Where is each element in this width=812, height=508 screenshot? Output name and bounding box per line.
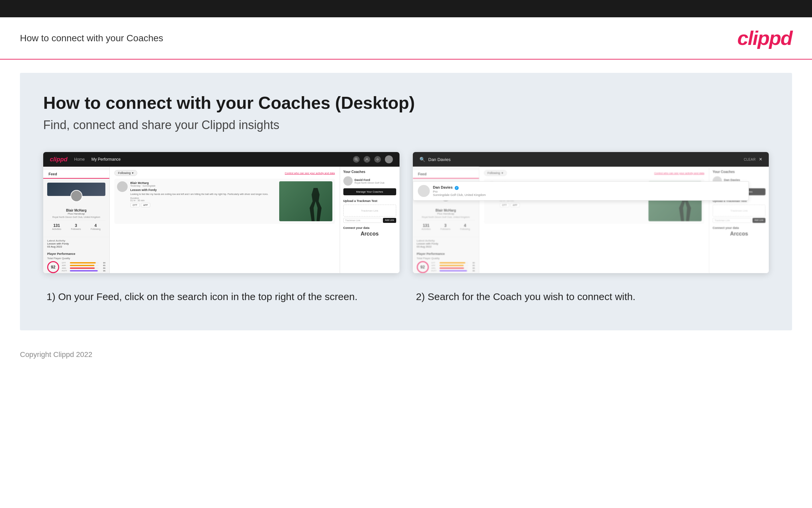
- stat-followers-value: 3: [71, 223, 81, 228]
- bar-arg-val: 86: [100, 267, 105, 269]
- search-icon-nav: 🔍: [420, 157, 425, 162]
- search-results-dropdown: Dan Davies ✓ Pro Sunningdale Golf Club, …: [413, 181, 749, 201]
- latest-value-2: Lesson with Fordy: [417, 242, 475, 245]
- top-bar: [0, 0, 812, 17]
- bar-ott-fill: [70, 262, 96, 263]
- bar-ott-2: OTT 90: [431, 262, 475, 264]
- settings-icon[interactable]: [374, 156, 381, 163]
- coaches-title-1: Your Coaches: [343, 170, 396, 174]
- app-sidebar-1: Feed Blair McHarg Plus Handicap Royal No…: [43, 167, 110, 273]
- copyright-text: Copyright Clippd 2022: [20, 350, 92, 358]
- post-action-app[interactable]: APP: [141, 203, 150, 207]
- mock-app-1: clippd Home My Performance: [43, 152, 399, 273]
- control-link[interactable]: Control who can see your activity and da…: [285, 172, 335, 175]
- search-icon[interactable]: [353, 156, 360, 163]
- bar-arg-fill: [70, 267, 95, 269]
- profile-handicap-2: Plus Handicap: [417, 212, 475, 215]
- close-button[interactable]: ×: [759, 156, 762, 162]
- search-input-nav[interactable]: [428, 157, 741, 162]
- bar-putt-label: PUTT: [62, 270, 68, 272]
- verified-badge: ✓: [455, 186, 459, 190]
- add-link-button[interactable]: Add Link: [383, 218, 396, 223]
- user-avatar[interactable]: [385, 155, 393, 163]
- post-title: Lesson with Fordy: [130, 188, 277, 192]
- following-chevron: ▾: [132, 171, 134, 175]
- bar-putt-track: [70, 270, 99, 271]
- stat-activities-value-2: 131: [422, 223, 431, 228]
- clear-button[interactable]: CLEAR: [744, 158, 756, 161]
- profile-name: Blair McHarg: [47, 209, 105, 212]
- profile-club-2: Royal North Devon Golf Club, United King…: [417, 216, 475, 218]
- score-bars-2: OTT 90 APP 85: [431, 262, 475, 272]
- bar-app-fill: [70, 265, 94, 266]
- latest-activity-label: Latest Activity: [47, 239, 105, 242]
- perf-title: Player Performance: [47, 252, 105, 255]
- post-meta: Yesterday · Sunningdale: [130, 185, 277, 187]
- nav-home[interactable]: Home: [74, 157, 85, 162]
- stat-followers-2: 3 Followers: [440, 223, 450, 230]
- result-role: Pro: [433, 190, 486, 193]
- coach-name-dan-davies: Dan Davies: [724, 178, 765, 182]
- step-2-text: 2) Search for the Coach you wish to conn…: [416, 290, 766, 304]
- post-image: [279, 181, 332, 221]
- score-circle-2: 92: [417, 261, 429, 273]
- app-nav-1: clippd Home My Performance: [43, 152, 399, 167]
- user-icon[interactable]: [364, 156, 370, 163]
- app-logo-1: clippd: [50, 156, 67, 163]
- app-nav-icons: [353, 155, 393, 163]
- bar-app-2: APP 85: [431, 264, 475, 266]
- clippd-logo: clippd: [737, 27, 792, 50]
- following-button[interactable]: Following ▾: [114, 170, 137, 176]
- profile-stats-2: 131 Activities 3 Followers 4 Following: [417, 220, 475, 233]
- latest-date-2: 03 Aug 2022: [417, 245, 475, 248]
- bar-putt: PUTT 96: [62, 270, 105, 272]
- score-bars: OTT 90 APP: [62, 262, 105, 272]
- player-performance-2: Player Performance Total Player Quality …: [413, 250, 479, 273]
- bar-app-val: 85: [100, 264, 105, 266]
- post-duration: Duration01 hr : 30 min: [130, 197, 277, 202]
- trackman-link-row: Trackman Link Add Link: [343, 218, 396, 223]
- arccos-logo: Arccos: [343, 231, 396, 237]
- manage-coaches-button[interactable]: Manage Your Coaches: [343, 188, 396, 195]
- stat-activities-label-2: Activities: [422, 228, 431, 230]
- svg-point-3: [377, 159, 378, 160]
- score-circle: 92: [47, 261, 59, 273]
- bar-arg-label: ARG: [62, 267, 68, 269]
- trackman-link-input[interactable]: Trackman Link: [343, 218, 382, 223]
- stat-following-label-2: Following: [460, 228, 470, 230]
- app-main-1: Following ▾ Control who can see your act…: [110, 167, 340, 273]
- stat-activities-2: 131 Activities: [422, 223, 431, 230]
- hero-subtitle: Find, connect and share your Clippd insi…: [43, 118, 769, 132]
- step-1-desc: 1) On your Feed, click on the search ico…: [43, 290, 399, 304]
- post-action-ott-2: OTT: [500, 203, 509, 207]
- stat-following-2: 4 Following: [460, 223, 470, 230]
- coaches-title-2: Your Coaches: [713, 170, 765, 174]
- post-action-off[interactable]: OTT: [130, 203, 140, 207]
- post-actions-2: OTT APP: [500, 203, 646, 207]
- feed-tab[interactable]: Feed: [43, 170, 109, 179]
- main-content: How to connect with your Coaches (Deskto…: [20, 73, 792, 330]
- add-link-btn-2: Add Link: [753, 218, 765, 223]
- post-content: Blair McHarg Yesterday · Sunningdale Les…: [130, 181, 277, 221]
- nav-my-performance[interactable]: My Performance: [91, 157, 121, 162]
- player-performance: Player Performance Total Player Quality …: [43, 250, 109, 273]
- page-title: How to connect with your Coaches: [20, 33, 163, 44]
- footer: Copyright Clippd 2022: [0, 344, 812, 366]
- post-action-app-2: APP: [511, 203, 520, 207]
- result-info-dan-davies: Dan Davies ✓ Pro Sunningdale Golf Club, …: [433, 185, 486, 197]
- profile-stats: 131 Activities 3 Followers 4 Following: [47, 220, 105, 233]
- perf-quality-2: Total Player Quality: [417, 257, 475, 260]
- bar-putt-fill: [70, 270, 98, 271]
- profile-handicap: Plus Handicap: [47, 212, 105, 215]
- bar-putt-val: 96: [100, 270, 105, 272]
- coach-name-david-ford: David Ford: [355, 178, 396, 182]
- result-club: Sunningdale Golf Club, United Kingdom: [433, 193, 486, 197]
- following-label-2: Following: [488, 171, 500, 175]
- stat-following: 4 Following: [91, 223, 101, 230]
- post-duration-value: 01 hr : 30 min: [130, 199, 145, 202]
- upload-section-2: Upload a Trackman Test Trackman Link Tra…: [713, 199, 765, 223]
- score-circle-row-2: 92 OTT 90 APP: [417, 261, 475, 273]
- nav-search-wrapper: 🔍 CLEAR ×: [413, 152, 769, 167]
- search-result-dan-davies[interactable]: Dan Davies ✓ Pro Sunningdale Golf Club, …: [413, 182, 749, 200]
- result-name-dan-davies: Dan Davies ✓: [433, 185, 486, 190]
